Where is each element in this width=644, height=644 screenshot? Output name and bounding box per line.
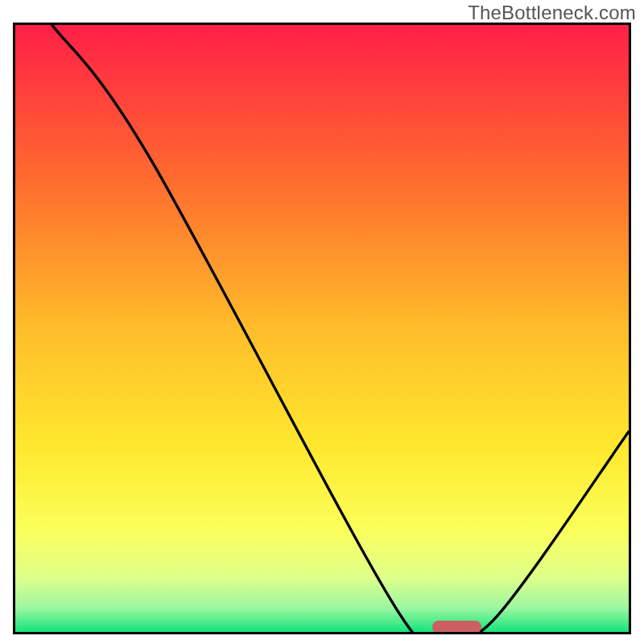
plot-area [13,23,631,634]
optimum-marker [432,621,481,634]
chart-stage: TheBottleneck.com [0,0,644,644]
bottleneck-curve [15,25,629,632]
watermark-text: TheBottleneck.com [468,2,636,24]
